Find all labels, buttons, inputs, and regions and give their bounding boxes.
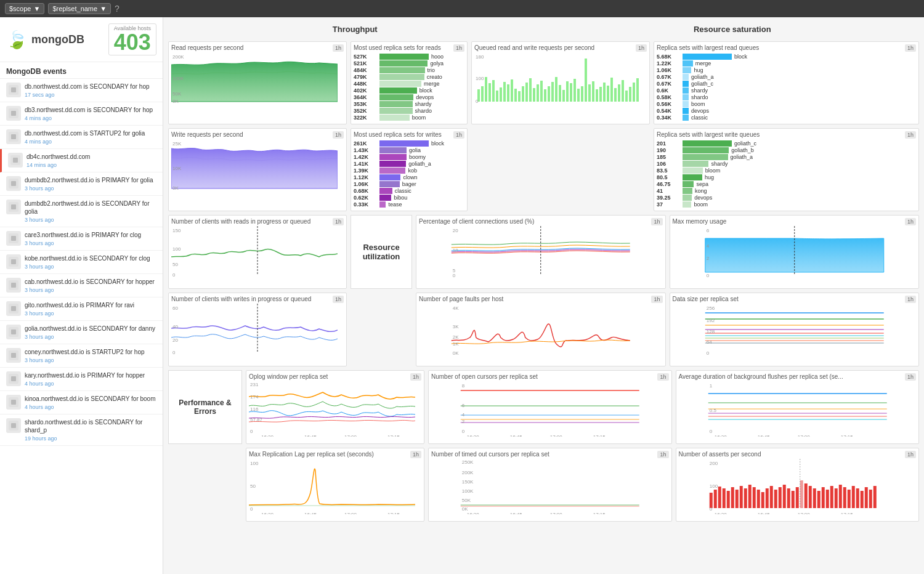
- event-item[interactable]: db.northwest.dd.com is SECONDARY for hop…: [0, 79, 163, 102]
- legend-label: trio: [428, 67, 449, 73]
- asserts-per-second-badge: 1h: [905, 451, 916, 458]
- svg-rect-41: [488, 83, 491, 102]
- event-time: 3 hours ago: [25, 357, 156, 363]
- svg-rect-9: [11, 181, 16, 186]
- page-faults-panel: Number of page faults per host 1h 4K 3K …: [416, 293, 666, 366]
- event-item[interactable]: gito.northwest.dd.io is PRIMARY for ravi…: [0, 297, 163, 321]
- svg-rect-251: [869, 490, 872, 508]
- legend-value: 1.39K: [354, 168, 377, 174]
- event-time: 3 hours ago: [25, 185, 156, 192]
- legend-row: 364K devops: [354, 94, 464, 100]
- event-content: care3.northwest.dd.io is PRIMARY for clo…: [25, 231, 156, 246]
- queued-rw-panel: Queued read and write requests per secon…: [471, 41, 650, 124]
- event-item[interactable]: shardo.northwest.dd.io is SECONDARY for …: [0, 414, 163, 446]
- events-list[interactable]: db.northwest.dd.com is SECONDARY for hop…: [0, 79, 163, 574]
- svg-rect-248: [856, 488, 859, 508]
- scope-dropdown-icon[interactable]: ▼: [33, 5, 40, 12]
- svg-text:6: 6: [462, 403, 465, 408]
- legend-value: 1.12K: [354, 174, 377, 180]
- event-item[interactable]: golia.northwest.dd.io is SECONDARY for d…: [0, 321, 163, 344]
- svg-rect-249: [860, 491, 863, 508]
- svg-text:100K: 100K: [172, 76, 184, 81]
- help-icon[interactable]: ?: [115, 4, 120, 14]
- svg-rect-71: [599, 87, 602, 102]
- row-5: Performance & Errors Oplog window per re…: [168, 370, 919, 444]
- legend-value: 1.41K: [354, 161, 377, 167]
- page-faults-title: Number of page faults per host: [419, 296, 663, 302]
- svg-text:57.87: 57.87: [250, 417, 263, 422]
- svg-text:0: 0: [706, 273, 709, 278]
- event-text: cab.northwest.dd.io is SECONDARY for hop…: [25, 278, 156, 286]
- legend-bar: [379, 101, 413, 107]
- event-item[interactable]: kobe.northwest.dd.io is SECONDARY for cl…: [0, 251, 163, 274]
- svg-text:16:30: 16:30: [261, 434, 274, 437]
- event-icon: [6, 200, 21, 214]
- legend-bar: [379, 181, 400, 187]
- svg-text:0: 0: [172, 272, 176, 278]
- replset-dropdown-icon[interactable]: ▼: [100, 5, 107, 12]
- legend-row: 1.43K golia: [354, 147, 464, 153]
- event-item[interactable]: dumbdb2.northwest.dd.io is PRIMARY for g…: [0, 172, 163, 196]
- content-area[interactable]: Throughput Resource saturation Read requ…: [163, 17, 924, 574]
- event-content: dumbdb2.northwest.dd.io is SECONDARY for…: [25, 200, 156, 223]
- legend-value: 0.62K: [354, 195, 377, 201]
- event-item[interactable]: dumbdb2.northwest.dd.io is SECONDARY for…: [0, 196, 163, 227]
- svg-text:50: 50: [172, 262, 178, 267]
- svg-text:16:45: 16:45: [510, 434, 523, 437]
- svg-text:16:30: 16:30: [467, 512, 480, 514]
- write-requests-badge: 1h: [333, 131, 344, 139]
- legend-bar: [683, 181, 694, 187]
- legend-bar: [683, 168, 703, 174]
- legend-label: goliath_a: [731, 154, 753, 160]
- event-content: kobe.northwest.dd.io is SECONDARY for cl…: [25, 254, 156, 270]
- svg-text:150K: 150K: [462, 479, 474, 485]
- legend-label: bibou: [394, 195, 415, 201]
- spacer-queued: [471, 128, 650, 211]
- legend-value: 0.56K: [657, 101, 680, 107]
- event-item[interactable]: db4c.northwest.dd.com 14 mins ago: [0, 149, 163, 172]
- svg-text:100: 100: [709, 483, 718, 489]
- svg-rect-76: [618, 84, 620, 102]
- event-text: care3.northwest.dd.io is PRIMARY for clo…: [25, 231, 156, 239]
- replset-selector[interactable]: $replset_name ▼: [48, 3, 111, 14]
- event-item[interactable]: db.northwest.dd.com is STARTUP2 for goli…: [0, 126, 163, 149]
- queued-rw-badge: 1h: [636, 44, 647, 52]
- svg-text:40: 40: [172, 324, 178, 329]
- svg-rect-74: [610, 78, 613, 102]
- largest-write-queues-panel: Replica sets with largest write queues 1…: [654, 128, 919, 211]
- page-faults-chart: 4K 3K 2K 1K 0K 16:30 16:45 17:00 17:15: [419, 304, 663, 356]
- legend-bar: [379, 161, 406, 167]
- write-requests-title: Write requests per second: [171, 131, 344, 138]
- scope-selector[interactable]: $scope ▼: [5, 3, 44, 14]
- open-cursors-title: Number of open cursors per replica set: [431, 373, 669, 380]
- data-size-title: Data size per replica set: [673, 296, 917, 302]
- event-icon: [6, 254, 21, 269]
- event-item[interactable]: kinoa.northwest.dd.io is SECONDARY for b…: [0, 391, 163, 414]
- svg-rect-15: [11, 259, 16, 264]
- legend-value: 0.58K: [657, 94, 680, 100]
- event-item[interactable]: db3.northwest.dd.com is SECONDARY for ho…: [0, 102, 163, 126]
- svg-rect-17: [11, 283, 16, 288]
- legend-label: devops: [416, 94, 437, 100]
- svg-rect-69: [592, 81, 594, 102]
- throughput-section: Throughput: [168, 22, 542, 38]
- legend-row: 83.5 bloom: [657, 168, 916, 174]
- event-item[interactable]: cab.northwest.dd.io is SECONDARY for hop…: [0, 274, 163, 297]
- most-used-writes-panel: Most used replica sets for writes 1h 261…: [351, 128, 468, 211]
- svg-text:17:00: 17:00: [797, 512, 810, 514]
- event-item[interactable]: coney.northwest.dd.io is STARTUP2 for ho…: [0, 344, 163, 368]
- svg-rect-219: [731, 487, 734, 508]
- legend-label: boom: [412, 115, 434, 121]
- event-time: 14 mins ago: [26, 162, 156, 168]
- event-item[interactable]: care3.northwest.dd.io is PRIMARY for clo…: [0, 227, 163, 251]
- legend-row: 41 kong: [657, 188, 916, 194]
- svg-rect-55: [540, 81, 543, 102]
- perf-label: Performance & Errors: [168, 370, 242, 444]
- legend-label: sepa: [696, 181, 718, 187]
- legend-value: 0.54K: [657, 108, 680, 114]
- legend-label: devops: [691, 108, 713, 114]
- svg-rect-235: [800, 480, 803, 508]
- svg-rect-238: [813, 488, 816, 508]
- event-item[interactable]: kary.northwest.dd.io is PRIMARY for hopp…: [0, 368, 163, 391]
- read-requests-chart: 200K 100K 50K 0K 16:30 16:45 17:00 17:15: [171, 52, 338, 105]
